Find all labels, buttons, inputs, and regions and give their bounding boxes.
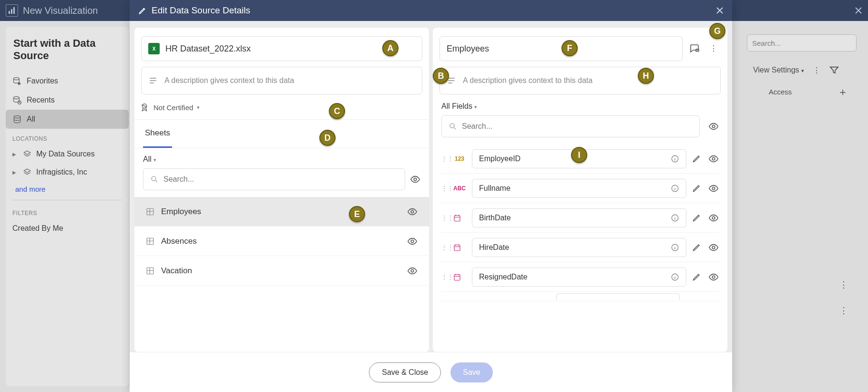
edit-field-button[interactable]: [692, 154, 702, 164]
edit-field-button[interactable]: [692, 183, 702, 194]
type-date-icon: [453, 243, 466, 252]
visibility-toggle[interactable]: [407, 206, 418, 217]
pencil-icon: [692, 213, 702, 222]
visibility-toggle[interactable]: [410, 174, 420, 185]
eye-icon: [407, 206, 418, 217]
tab-sheets[interactable]: Sheets: [143, 120, 172, 148]
svg-point-11: [411, 210, 414, 213]
callout-G: G: [709, 23, 725, 39]
sheets-search-input[interactable]: [143, 168, 405, 190]
callout-B: B: [433, 68, 449, 84]
field-name-box[interactable]: ResignedDate: [472, 268, 686, 287]
drag-handle[interactable]: ⋮⋮: [441, 274, 447, 280]
drag-handle[interactable]: ⋮⋮: [441, 215, 447, 221]
datasource-description-row[interactable]: A description gives context to this data: [141, 67, 422, 94]
field-row: ⋮⋮ ResignedDate: [441, 262, 719, 292]
datasource-panel: X A description gives context to this da…: [134, 28, 429, 352]
sheet-label: Employees: [161, 207, 201, 217]
field-name-box[interactable]: HireDate: [472, 238, 686, 257]
drag-handle[interactable]: ⋮⋮: [441, 244, 447, 251]
sheet-item[interactable]: Absences: [134, 227, 429, 256]
info-icon: [671, 155, 679, 163]
visibility-toggle[interactable]: [407, 266, 418, 276]
sheet-more-menu[interactable]: ⋮: [706, 41, 721, 55]
search-icon: [150, 175, 159, 184]
info-button[interactable]: [671, 243, 679, 252]
field-name-box[interactable]: Fullname: [472, 179, 686, 198]
certification-dropdown[interactable]: Not Certified ▾: [134, 94, 429, 120]
sheet-item[interactable]: Employees: [134, 197, 429, 227]
callout-H: H: [638, 68, 654, 84]
certification-label: Not Certified: [153, 103, 193, 112]
eye-icon: [708, 242, 719, 253]
edit-field-button[interactable]: [692, 242, 702, 253]
drag-handle[interactable]: ⋮⋮: [441, 185, 447, 192]
visibility-toggle[interactable]: [708, 154, 719, 164]
edit-datasource-modal: Edit Data Source Details X A description…: [130, 0, 732, 392]
sheet-description-row[interactable]: A description gives context to this data: [439, 67, 721, 94]
type-date-icon: [453, 273, 466, 281]
info-button[interactable]: [671, 273, 679, 281]
eye-icon: [410, 174, 420, 185]
sheet-name-input[interactable]: [447, 44, 675, 54]
chevron-down-icon: ▾: [474, 104, 477, 110]
eye-icon: [407, 236, 418, 247]
field-name-box[interactable]: BirthDate: [472, 208, 686, 227]
visibility-toggle[interactable]: [708, 183, 719, 194]
callout-C: C: [329, 103, 345, 119]
type-string-icon: ABC: [453, 185, 466, 192]
field-row: ⋮⋮ HireDate: [441, 233, 719, 262]
callout-A: A: [382, 40, 398, 56]
eye-icon: [708, 183, 719, 194]
badge-icon: [139, 102, 150, 113]
sheet-detail-panel: ⋮ A description gives context to this da…: [433, 28, 727, 352]
eye-icon: [708, 154, 719, 164]
visibility-toggle[interactable]: [708, 213, 719, 223]
field-row: ⋮⋮ BirthDate: [441, 203, 719, 233]
info-icon: [671, 243, 679, 252]
save-close-button[interactable]: Save & Close: [369, 362, 441, 382]
svg-point-13: [411, 240, 414, 243]
edit-field-button[interactable]: [692, 272, 702, 282]
ask-ai-button[interactable]: [687, 41, 702, 55]
pencil-icon: [692, 272, 702, 281]
field-name: BirthDate: [479, 214, 511, 222]
file-name-input[interactable]: [165, 44, 415, 54]
info-icon: [671, 214, 679, 222]
pencil-icon: [692, 154, 702, 163]
svg-point-15: [411, 269, 414, 272]
callout-D: D: [319, 130, 336, 146]
sheet-label: Vacation: [161, 266, 192, 276]
pencil-icon: [692, 242, 702, 252]
save-button[interactable]: Save: [450, 362, 492, 382]
edit-field-button[interactable]: [692, 213, 702, 223]
svg-point-31: [712, 276, 715, 279]
svg-point-22: [712, 187, 715, 190]
description-icon: [148, 76, 158, 85]
eye-icon: [708, 121, 719, 132]
modal-close-button[interactable]: [716, 7, 724, 14]
info-button[interactable]: [671, 214, 679, 222]
sheets-filter-dropdown[interactable]: All ▾: [134, 148, 429, 168]
sheet-list: Employees Absences Vacation: [134, 197, 429, 352]
all-fields-dropdown[interactable]: All Fields ▾: [433, 94, 727, 115]
field-row-partial: [441, 292, 719, 301]
svg-point-8: [152, 176, 156, 181]
info-button[interactable]: [671, 184, 679, 193]
visibility-toggle[interactable]: [708, 121, 719, 132]
visibility-toggle[interactable]: [708, 272, 719, 282]
chevron-down-icon: ▾: [153, 157, 156, 163]
info-button[interactable]: [671, 155, 679, 163]
fields-search-input[interactable]: [441, 115, 700, 137]
callout-E: E: [349, 206, 365, 222]
visibility-toggle[interactable]: [407, 236, 418, 247]
field-name: Fullname: [479, 184, 511, 193]
field-row: ⋮⋮ ABC Fullname: [441, 174, 719, 203]
drag-handle[interactable]: ⋮⋮: [441, 155, 447, 162]
file-name-row: X: [141, 36, 422, 61]
field-name: HireDate: [479, 243, 509, 252]
visibility-toggle[interactable]: [708, 242, 719, 253]
sheet-item[interactable]: Vacation: [134, 256, 429, 286]
search-icon: [449, 122, 457, 131]
close-icon: [716, 7, 724, 14]
